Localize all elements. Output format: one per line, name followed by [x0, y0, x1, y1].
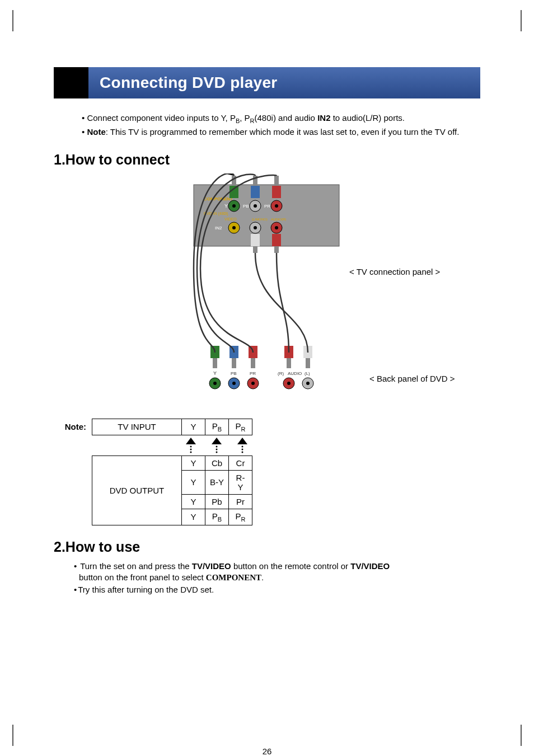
cell-y: Y: [182, 419, 205, 435]
svg-rect-29: [253, 246, 257, 253]
plug: [251, 234, 260, 253]
svg-point-16: [232, 382, 236, 385]
title-black-block: [54, 67, 88, 98]
text: , P: [240, 113, 250, 123]
plug: [229, 346, 238, 368]
svg-point-6: [275, 204, 278, 208]
page-number: 26: [54, 746, 480, 756]
title-blue-block: Connecting DVD player: [88, 67, 480, 98]
plug: [272, 176, 281, 198]
dvd-pr: PR: [250, 371, 256, 376]
note-label: Note:: [54, 419, 92, 431]
text: TV/VIDEO: [192, 561, 231, 571]
svg-point-49: [216, 448, 218, 450]
dvd-pb: PB: [231, 371, 237, 376]
dvd-r: (R): [278, 371, 284, 376]
svg-rect-32: [272, 234, 281, 246]
svg-point-50: [216, 451, 218, 453]
howto-line-1: Turn the set on and press the TV/VIDEO b…: [74, 561, 412, 584]
cell: PB: [205, 509, 229, 525]
crop-mark: [12, 725, 13, 746]
howto-line-2: Try this after turning on the DVD set.: [74, 584, 412, 595]
svg-rect-28: [272, 186, 281, 198]
cell: Cr: [229, 456, 252, 470]
svg-point-4: [254, 204, 257, 208]
text: IN2: [317, 113, 330, 123]
svg-rect-0: [194, 185, 339, 246]
text: Note: [87, 127, 105, 137]
pb-label: PB: [243, 204, 249, 209]
text: (480i) and audio: [255, 113, 318, 123]
text: Turn the set on and press the: [80, 561, 192, 571]
svg-marker-43: [186, 438, 196, 444]
text: : This TV is programmed to remember whic…: [106, 127, 460, 137]
text: TV/VIDEO: [350, 561, 390, 571]
svg-point-10: [254, 226, 257, 229]
dvd-l: (L): [305, 371, 310, 376]
cell: Cb: [205, 456, 229, 470]
cell: Pr: [229, 494, 252, 509]
arrow-up-icon: [237, 438, 247, 453]
dvd-output-table: DVD OUTPUT Y Cb Cr Y B-Y R-Y Y Pb Pr Y: [92, 456, 252, 525]
plug: [210, 346, 219, 368]
in2-label: IN2: [215, 226, 222, 231]
dvd-audio: AUDIO: [288, 371, 302, 376]
tv-input-cell: TV INPUT: [92, 419, 182, 435]
lmono-label: (L/MONO): [252, 218, 268, 221]
plug: [249, 346, 257, 368]
dvd-output-cell: DVD OUTPUT: [92, 456, 182, 525]
text: COMPONENT: [206, 573, 261, 582]
how-to-use-list: Turn the set on and press the TV/VIDEO b…: [54, 561, 412, 596]
text: button on the front panel to select: [79, 572, 206, 582]
arrow-up-icon: [186, 438, 196, 453]
pr-label: PR: [264, 204, 270, 209]
cell: B-Y: [205, 470, 229, 494]
svg-point-48: [216, 445, 218, 447]
svg-rect-26: [251, 186, 260, 198]
svg-point-14: [213, 382, 217, 385]
svg-rect-23: [232, 176, 236, 186]
intro-line-1: Connect component video inputs to Y, PB,…: [82, 112, 480, 126]
svg-point-18: [251, 382, 255, 385]
text: Connect component video inputs to Y, P: [87, 113, 235, 123]
svg-rect-30: [251, 234, 260, 246]
svg-rect-24: [229, 186, 238, 198]
svg-point-53: [242, 448, 243, 450]
crop-mark: [12, 10, 13, 31]
video-label: VIDEO: [224, 217, 237, 221]
y-label: Y: [224, 203, 228, 209]
page-content: Connecting DVD player Connect component …: [0, 0, 534, 756]
svg-point-12: [275, 226, 278, 229]
component-label: COMPONENT: [204, 196, 233, 201]
crop-mark: [521, 10, 522, 31]
text: .: [261, 572, 264, 582]
cell: Y: [182, 456, 205, 470]
cell-pr: PR: [229, 419, 252, 435]
cell: R-Y: [229, 470, 252, 494]
svg-point-54: [242, 451, 243, 453]
note-block: Note: TV INPUT Y PPBB PR DVD OUTPUT Y: [54, 419, 480, 525]
cell: PR: [229, 509, 252, 525]
svg-point-45: [190, 448, 192, 450]
audior-label: AUDIO(R): [271, 218, 286, 221]
cell: Y: [182, 509, 205, 525]
svg-point-52: [242, 445, 243, 447]
svg-rect-31: [274, 246, 279, 253]
svg-marker-51: [237, 438, 247, 444]
dvd-panel-label: < Back panel of DVD >: [369, 374, 455, 383]
cell: Y: [182, 494, 205, 509]
section-how-to-connect: 1.How to connect: [54, 152, 480, 168]
text: R: [250, 118, 255, 124]
diagram-svg: COMPONENT DVD IN (480i) Y PB PR VIDEO (L…: [171, 173, 362, 408]
intro-list: Connect component video inputs to Y, PB,…: [54, 112, 480, 138]
arrow-up-icon: [212, 438, 222, 453]
cell-pb: PPBB: [205, 419, 229, 435]
svg-point-46: [190, 451, 192, 453]
cell: Y: [182, 470, 205, 494]
connection-diagram: COMPONENT DVD IN (480i) Y PB PR VIDEO (L…: [54, 173, 480, 414]
section-how-to-use: 2.How to use: [54, 539, 480, 555]
svg-point-22: [306, 382, 310, 385]
dvd-in-label: DVD IN (480i): [204, 212, 228, 216]
svg-point-8: [232, 226, 236, 229]
cell: Pb: [205, 494, 229, 509]
